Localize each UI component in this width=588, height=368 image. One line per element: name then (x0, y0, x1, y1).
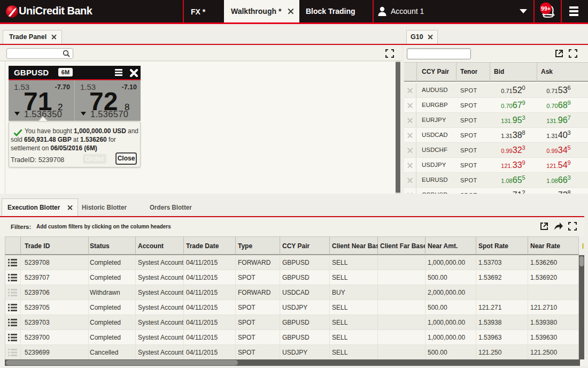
svg-text:99+: 99+ (541, 5, 551, 12)
